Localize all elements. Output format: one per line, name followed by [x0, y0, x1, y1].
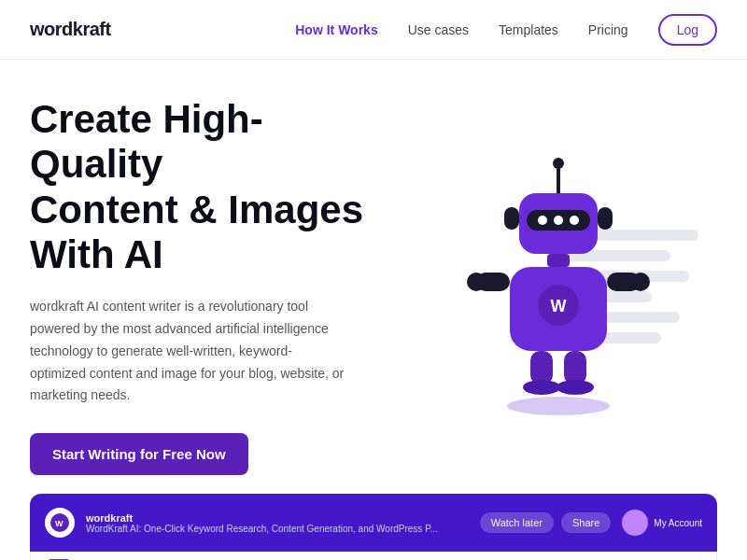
nav-link-templates[interactable]: Templates: [499, 22, 558, 37]
nav-link-how-it-works[interactable]: How It Works: [295, 22, 377, 37]
svg-rect-17: [530, 351, 553, 385]
hero-cta-button[interactable]: Start Writing for Free Now: [30, 433, 248, 475]
svg-rect-7: [504, 207, 519, 230]
hero-illustration: W: [400, 147, 717, 427]
svg-point-1: [553, 158, 564, 169]
svg-point-6: [570, 216, 579, 225]
robot-illustration: W: [456, 156, 661, 417]
watch-later-button[interactable]: Watch later: [480, 512, 554, 533]
video-user: My Account: [622, 510, 702, 536]
user-label: My Account: [654, 518, 702, 528]
hero-left: Create High-Quality Content & Images Wit…: [30, 97, 385, 475]
user-avatar: [622, 510, 648, 536]
svg-text:W: W: [551, 297, 567, 315]
svg-point-19: [523, 380, 560, 395]
nav-link-pricing[interactable]: Pricing: [588, 22, 628, 37]
svg-rect-18: [564, 351, 586, 385]
video-channel: wordkraft: [86, 512, 469, 524]
svg-point-15: [467, 273, 486, 291]
video-strip: W wordkraft WordKraft AI: One-Click Keyw…: [30, 494, 717, 552]
video-action-buttons: Watch later Share: [480, 512, 612, 533]
svg-point-16: [631, 273, 650, 291]
nav-logo[interactable]: wordkraft: [30, 19, 111, 40]
svg-point-21: [507, 397, 610, 415]
svg-point-5: [554, 216, 563, 225]
video-avatar: W: [45, 508, 75, 538]
video-title-block: wordkraft WordKraft AI: One-Click Keywor…: [86, 512, 469, 534]
navbar: wordkraft How It Works Use cases Templat…: [0, 0, 747, 60]
hero-title: Create High-Quality Content & Images Wit…: [30, 97, 385, 277]
wordkraft-logo-icon: W: [54, 517, 65, 528]
nav-links: How It Works Use cases Templates Pricing…: [295, 14, 717, 46]
svg-rect-8: [598, 207, 613, 230]
hero-description: wordkraft AI content writer is a revolut…: [30, 296, 347, 407]
nav-link-use-cases[interactable]: Use cases: [408, 22, 469, 37]
keyword-strip: W Keyword Research Overview Research Ana…: [30, 552, 717, 560]
share-button[interactable]: Share: [561, 512, 611, 533]
svg-text:W: W: [55, 519, 63, 528]
nav-login-button[interactable]: Log: [658, 14, 717, 46]
video-title: WordKraft AI: One-Click Keyword Research…: [86, 524, 469, 534]
svg-point-4: [538, 216, 547, 225]
hero-section: Create High-Quality Content & Images Wit…: [0, 60, 747, 494]
svg-point-20: [557, 380, 594, 395]
video-avatar-inner: W: [50, 513, 69, 532]
svg-rect-9: [547, 254, 570, 267]
